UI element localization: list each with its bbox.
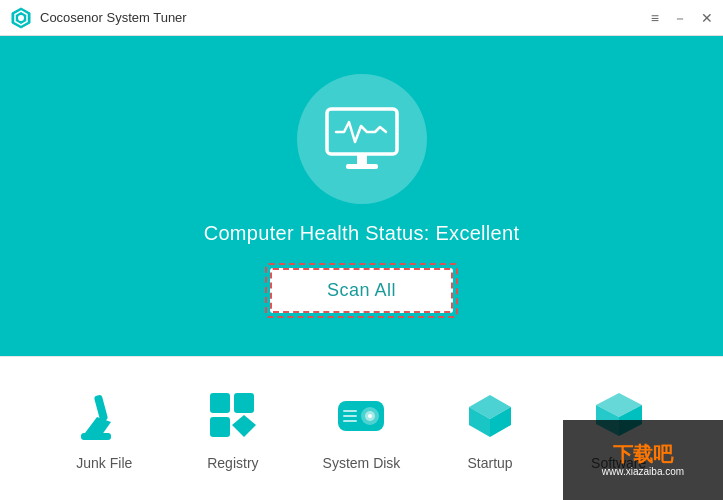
bottom-item-system-disk[interactable]: System Disk bbox=[306, 387, 416, 471]
scan-all-button[interactable]: Scan All bbox=[270, 268, 453, 313]
window-controls: ≡ － ✕ bbox=[651, 11, 713, 25]
junk-file-label: Junk File bbox=[76, 455, 132, 471]
health-monitor-icon bbox=[322, 104, 402, 174]
title-bar: Cocosenor System Tuner ≡ － ✕ bbox=[0, 0, 723, 36]
app-title: Cocosenor System Tuner bbox=[40, 10, 651, 25]
menu-button[interactable]: ≡ bbox=[651, 11, 659, 25]
health-status-text: Computer Health Status: Excellent bbox=[204, 222, 520, 245]
bottom-item-registry[interactable]: Registry bbox=[178, 387, 288, 471]
registry-label: Registry bbox=[207, 455, 258, 471]
app-logo-icon bbox=[10, 7, 32, 29]
startup-icon bbox=[461, 387, 519, 445]
main-section: Computer Health Status: Excellent Scan A… bbox=[0, 36, 723, 356]
system-disk-label: System Disk bbox=[323, 455, 401, 471]
junk-file-icon bbox=[75, 387, 133, 445]
svg-point-2 bbox=[18, 15, 24, 21]
minimize-button[interactable]: － bbox=[673, 11, 687, 25]
svg-rect-4 bbox=[357, 154, 367, 164]
startup-label: Startup bbox=[468, 455, 513, 471]
scan-all-wrapper: Scan All bbox=[265, 263, 458, 318]
svg-rect-8 bbox=[81, 433, 111, 440]
svg-marker-12 bbox=[232, 415, 256, 437]
bottom-item-junk-file[interactable]: Junk File bbox=[49, 387, 159, 471]
svg-rect-10 bbox=[234, 393, 254, 413]
close-button[interactable]: ✕ bbox=[701, 11, 713, 25]
svg-rect-11 bbox=[210, 417, 230, 437]
svg-point-16 bbox=[368, 414, 372, 418]
svg-rect-6 bbox=[94, 394, 108, 421]
system-disk-icon bbox=[332, 387, 390, 445]
svg-rect-5 bbox=[346, 164, 378, 169]
watermark: 下载吧 www.xiazaiba.com bbox=[563, 420, 723, 500]
bottom-item-startup[interactable]: Startup bbox=[435, 387, 545, 471]
registry-icon bbox=[204, 387, 262, 445]
monitor-circle bbox=[297, 74, 427, 204]
svg-rect-9 bbox=[210, 393, 230, 413]
